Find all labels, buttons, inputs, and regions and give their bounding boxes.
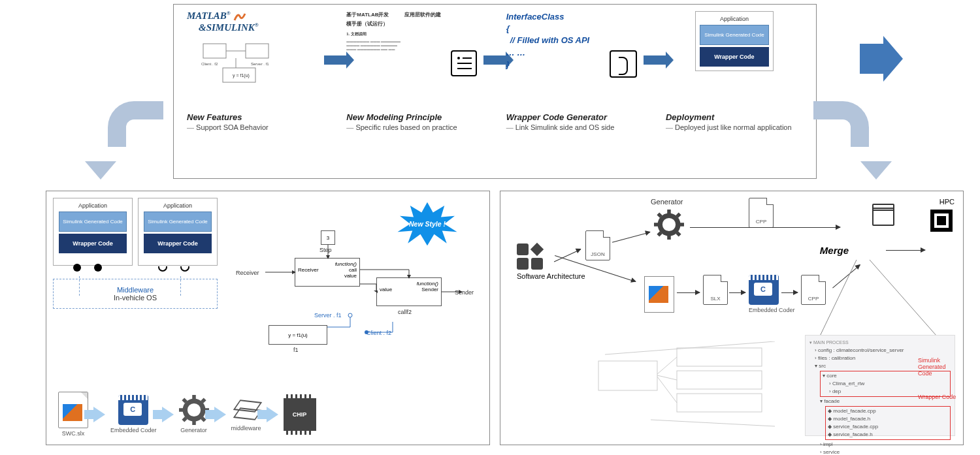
svg-text:y = f1(u): y = f1(u) — [233, 73, 250, 78]
workflow-top-panel: MATLAB® &SIMULINK® y = f1(u) Client . f2… — [173, 4, 817, 179]
svg-rect-1 — [246, 44, 269, 58]
gear-icon — [654, 210, 684, 240]
svg-line-44 — [817, 260, 857, 341]
chip-step: CHIP — [284, 398, 316, 431]
soa-architecture-panel: Application Simulink Generated Code Wrap… — [46, 191, 490, 445]
svg-rect-30 — [179, 408, 184, 412]
stage-new-features: MATLAB® &SIMULINK® y = f1(u) Client . f2… — [187, 11, 324, 109]
svg-rect-38 — [654, 223, 659, 227]
svg-rect-28 — [192, 395, 196, 400]
svg-text:Server . f1: Server . f1 — [251, 62, 269, 66]
port-arc-icon — [180, 266, 189, 272]
middleware-box: Middleware In-vehicle OS — [53, 279, 218, 309]
svg-marker-21 — [459, 290, 463, 294]
file-tree-panel: ▾ MAIN PROCESS › config : climatecontrol… — [805, 335, 955, 436]
application-title: Application — [700, 16, 769, 22]
port-arc-icon — [158, 266, 167, 272]
svg-line-45 — [870, 260, 941, 341]
application-stack: Application Simulink Generated Code Wrap… — [138, 198, 218, 266]
matlab-wave-icon — [233, 11, 246, 23]
arrow-icon — [677, 292, 700, 293]
slx-file-icon: SLX — [703, 275, 728, 305]
simulink-brand: &SIMULINK — [199, 22, 255, 33]
port-dot-icon — [73, 264, 81, 272]
svg-line-50 — [657, 357, 677, 374]
simulink-model-thumbnail — [585, 341, 781, 433]
curved-arrow-right-icon — [813, 91, 885, 176]
svg-rect-49 — [677, 394, 762, 412]
svg-marker-16 — [407, 275, 411, 279]
connector-line — [180, 276, 181, 296]
embedded-coder: Embedded Coder — [110, 395, 157, 433]
svg-point-22 — [348, 313, 352, 317]
simulink-model-thumbnail: y = f1(u) Client . f2 Server . f1 — [200, 40, 278, 86]
json-file-icon: JSON — [585, 230, 610, 260]
wrapper-code-box: Wrapper Code — [700, 47, 769, 67]
svg-text:New Style !: New Style ! — [409, 220, 446, 228]
svg-line-51 — [657, 375, 677, 380]
embedded-coder-icon — [118, 395, 148, 425]
port-dot-icon — [94, 264, 102, 272]
flow-arrow-icon — [644, 55, 666, 65]
stage-deployment: Application Simulink Generated Code Wrap… — [666, 11, 803, 109]
svg-line-54 — [651, 420, 775, 426]
flow-arrow-icon — [324, 55, 346, 65]
svg-rect-29 — [192, 420, 196, 425]
simulink-new-style-model: 3 Step Receiver function() Receivercall … — [236, 230, 478, 354]
stage-wrapper-generator: InterfaceClass { // Filled with OS API …… — [506, 11, 644, 109]
plugin-icon — [610, 50, 637, 78]
arrow-icon — [612, 232, 650, 242]
arrow-icon — [781, 292, 798, 293]
flow-arrow-icon — [214, 407, 226, 422]
archive-box-icon — [872, 208, 894, 226]
flow-arrow-icon — [483, 55, 506, 65]
hpc-chip-icon — [930, 210, 953, 232]
svg-rect-37 — [667, 235, 671, 240]
svg-rect-48 — [677, 371, 762, 389]
cpp-file-icon: CPP — [749, 198, 774, 228]
layers-icon — [232, 397, 261, 423]
embedded-coder-node: Embedded Coder — [749, 275, 795, 313]
merge-label: Merge — [820, 245, 849, 256]
matlab-brand: MATLAB — [187, 10, 227, 21]
flow-arrow-icon — [162, 407, 174, 422]
svg-point-25 — [365, 330, 368, 334]
curved-arrow-left-icon — [91, 91, 163, 176]
svg-rect-46 — [598, 361, 657, 390]
hpc-label: HPC — [939, 198, 955, 206]
arrow-icon — [690, 227, 840, 228]
arrow-icon — [886, 250, 925, 251]
application-stack: Application Simulink Generated Code Wrap… — [53, 198, 133, 266]
merge-fanout-lines — [817, 260, 948, 345]
svg-text:Client . f2: Client . f2 — [201, 62, 218, 66]
svg-marker-19 — [374, 290, 378, 293]
svg-rect-39 — [679, 223, 684, 227]
flow-arrow-icon — [93, 407, 105, 422]
list-document-icon — [451, 50, 477, 76]
svg-rect-36 — [667, 210, 671, 214]
hpc-toolchain-panel: Software Architecture JSON Generator CPP… — [500, 191, 964, 445]
simulink-file-icon — [644, 276, 674, 313]
stage-modeling-principle: 基于MATLAB开发 应用层软件的建 模手册（试运行） 1. 文档说明 ▬▬▬▬… — [346, 11, 483, 109]
svg-rect-0 — [203, 44, 226, 58]
modules-icon — [517, 243, 543, 270]
flow-arrow-icon — [267, 407, 278, 422]
embedded-coder-icon — [749, 275, 779, 305]
connector-line — [79, 276, 80, 296]
arrow-icon — [729, 292, 745, 293]
svg-marker-13 — [292, 270, 296, 274]
simulink-generated-code-box: Simulink Generated Code — [700, 25, 769, 45]
svg-marker-11 — [326, 255, 330, 259]
svg-rect-47 — [677, 348, 762, 366]
chip-icon: CHIP — [284, 398, 316, 431]
svg-line-52 — [657, 377, 677, 403]
